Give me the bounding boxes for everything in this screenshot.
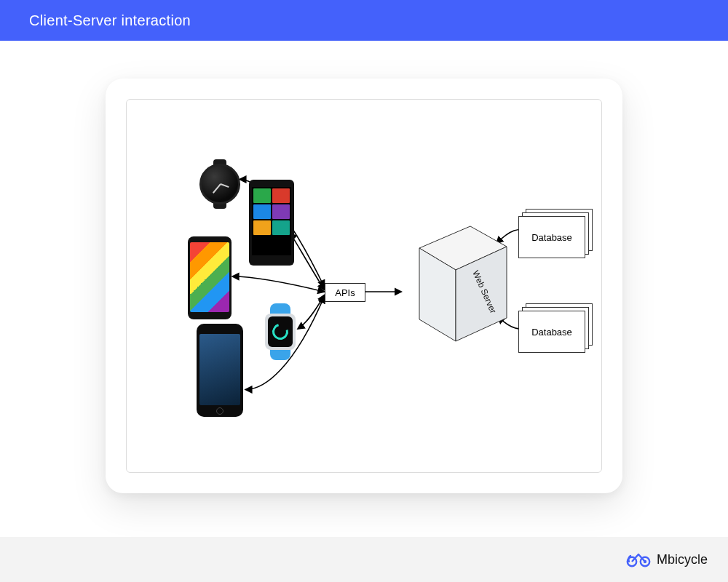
client-phone-android-icon [188,236,232,319]
brand: Mbicycle [626,551,708,567]
diagram-card: APIs Web Server Database [106,79,622,493]
database-top-label: Database [518,216,585,258]
database-node-bottom: Database [518,303,594,354]
client-smartwatch-round-icon [199,164,240,204]
brand-name: Mbicycle [657,552,708,567]
header-bar: Client-Server interaction [0,0,728,41]
page-title: Client-Server interaction [29,12,191,29]
brand-logo-icon [626,551,651,567]
database-node-top: Database [518,209,594,260]
client-phone-windows-icon [249,180,294,266]
web-server-node: Web Server [405,219,514,343]
client-phone-iphone-icon [197,324,243,417]
apis-node: APIs [325,283,365,302]
diagram-frame: APIs Web Server Database [126,99,602,473]
footer-bar: Mbicycle [0,537,728,582]
database-bottom-label: Database [518,311,585,353]
client-server-diagram: APIs Web Server Database [127,100,601,472]
client-smartwatch-square-icon [262,303,298,360]
